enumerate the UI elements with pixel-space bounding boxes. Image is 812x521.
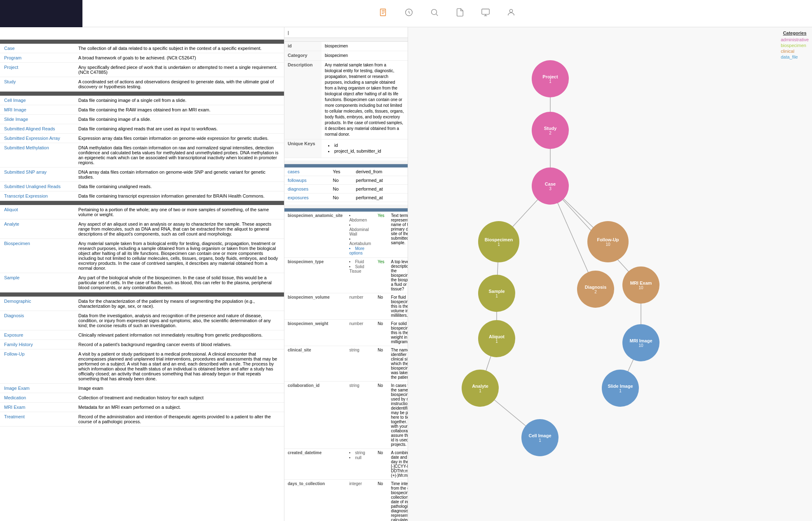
dict-item-name[interactable]: Project (0, 63, 74, 77)
graph-node-case[interactable]: Case3 (532, 167, 569, 205)
dict-item-desc: Data file containing transcript expressi… (74, 191, 284, 201)
dict-item-name[interactable]: Demographic (0, 297, 74, 311)
graph-node-diagnosis[interactable]: Diagnosis2 (577, 271, 614, 308)
dict-item-desc: A visit by a patient or study participan… (74, 349, 284, 384)
dict-item-name[interactable]: Treatment (0, 412, 74, 427)
link-name[interactable]: exposures (284, 193, 330, 202)
link-row: casesYesderived_from (284, 167, 408, 176)
prop-description: Text term that represents the name of th… (388, 212, 408, 258)
dict-item-name[interactable]: Case (0, 44, 74, 53)
table-row: Submitted Unaligned ReadsData file conta… (0, 182, 284, 191)
main-content: CaseThe collection of all data related t… (0, 27, 812, 521)
graph-node-sample[interactable]: Sample1 (478, 275, 515, 312)
prop-description: A top level description of the biospecim… (388, 258, 408, 293)
dict-item-name[interactable]: Study (0, 77, 74, 92)
prop-row: days_to_collectionintegerNoTime interval… (284, 480, 408, 521)
links-col-name (284, 164, 330, 167)
dict-item-name[interactable]: Submitted Aligned Reads (0, 124, 74, 134)
section-biospecimen (0, 201, 284, 205)
table-row: AnalyteAny aspect of an aliquot used in … (0, 219, 284, 239)
table-row: Submitted MethylationDNA methylation dat… (0, 143, 284, 167)
dict-item-name[interactable]: Follow-Up (0, 349, 74, 384)
graph-node-cell_image[interactable]: Cell Image1 (521, 419, 559, 456)
node-count: 1 (498, 242, 500, 247)
prop-row: biospecimen_typeFluidSolid TissueYesA to… (284, 258, 408, 293)
table-row: Cell ImageData file containing image of … (0, 96, 284, 105)
link-label: performed_at (352, 193, 408, 202)
links-col-required (330, 164, 353, 167)
prop-required: No (374, 320, 387, 346)
dict-item-name[interactable]: Program (0, 53, 74, 63)
table-row: ExposureClinically relevant patient info… (0, 330, 284, 340)
dict-item-name[interactable]: Slide Image (0, 115, 74, 124)
graph-node-mri_image[interactable]: MRI Image10 (622, 324, 659, 361)
dict-item-name[interactable]: Cell Image (0, 96, 74, 105)
dict-item-name[interactable]: Submitted Expression Array (0, 134, 74, 143)
dict-item-name[interactable]: Medication (0, 393, 74, 403)
info-key: Description (284, 61, 322, 139)
dict-item-desc: Data file containing image of a single c… (74, 96, 284, 105)
nav-item-workspace[interactable] (473, 0, 498, 27)
nav-item-files[interactable] (447, 0, 473, 27)
svg-rect-7 (482, 9, 489, 14)
dict-item-name[interactable]: Submitted Unaligned Reads (0, 182, 74, 191)
graph-node-slide_image[interactable]: Slide Image1 (602, 370, 639, 407)
dict-item-name[interactable]: Analyte (0, 219, 74, 239)
graph-node-mri_exam[interactable]: MRI Exam10 (622, 266, 659, 304)
table-row: Slide ImageData file containing image of… (0, 115, 284, 124)
cat-biospecimen: biospecimen (781, 43, 809, 48)
link-name[interactable]: cases (284, 167, 330, 176)
props-col-req (374, 208, 387, 212)
links-table: casesYesderived_fromfollowupsNoperformed… (284, 164, 408, 202)
prop-required: No (374, 480, 387, 521)
dict-item-desc: Any part of the biological whole of the … (74, 273, 284, 292)
logo (0, 0, 82, 27)
prop-type: FluidSolid Tissue (346, 258, 374, 293)
dict-item-name[interactable]: Exposure (0, 330, 74, 340)
dict-item-name[interactable]: Diagnosis (0, 311, 74, 330)
dict-item-name[interactable]: Image Exam (0, 384, 74, 393)
nav-item-exploration[interactable] (396, 0, 422, 27)
graph-node-biospecimen[interactable]: Biospecimen1 (478, 221, 519, 262)
link-name[interactable]: diagnoses (284, 185, 330, 193)
table-row: DiagnosisData from the investigation, an… (0, 311, 284, 330)
dict-item-name[interactable]: MRI Image (0, 105, 74, 115)
props-col-type (346, 208, 374, 212)
prop-required: No (374, 346, 387, 382)
dict-item-desc: The collection of all data related to a … (74, 44, 284, 53)
prop-description: For solid tissue biospecimens this is th… (388, 320, 408, 346)
graph-node-project[interactable]: Project1 (532, 60, 569, 97)
table-row: ProgramA broad framework of goals to be … (0, 53, 284, 63)
dict-item-name[interactable]: Family History (0, 340, 74, 349)
graph-node-study[interactable]: Study2 (532, 112, 569, 149)
dict-item-name[interactable]: MRI Exam (0, 403, 74, 412)
nav-item-dictionary[interactable] (371, 0, 396, 27)
dict-item-name[interactable]: Biospecimen (0, 239, 74, 273)
graph-node-followup[interactable]: Follow-Up10 (587, 221, 629, 262)
nav-item-query[interactable] (422, 0, 447, 27)
dict-item-desc: Any aspect of an aliquot used in an anal… (74, 219, 284, 239)
dict-item-name[interactable]: Submitted Methylation (0, 143, 74, 167)
prop-description: In cases where the same biospecimen is u… (388, 382, 408, 449)
nav-items (82, 0, 812, 27)
table-row: Submitted Aligned ReadsData file contain… (0, 124, 284, 134)
dict-item-name[interactable]: Submitted SNP array (0, 167, 74, 182)
link-required: No (330, 176, 353, 185)
link-name[interactable]: followups (284, 176, 330, 185)
link-label: performed_at (352, 185, 408, 193)
graph-node-analyte[interactable]: Analyte1 (462, 370, 499, 407)
info-value: Any material sample taken from a biologi… (322, 61, 408, 139)
administrative-table: CaseThe collection of all data related t… (0, 44, 284, 92)
table-row: Transcript ExpressionData file containin… (0, 191, 284, 201)
dict-item-name[interactable]: Transcript Expression (0, 191, 74, 201)
prop-row: collaboration_idstringNoIn cases where t… (284, 382, 408, 449)
prop-name: clinical_site (284, 346, 346, 382)
props-col-desc (388, 208, 408, 212)
dict-item-name[interactable]: Aliquot (0, 205, 74, 219)
node-count: 1 (549, 79, 552, 84)
nav-item-profile[interactable] (498, 0, 524, 27)
graph-node-aliquot[interactable]: Aliquot1 (478, 320, 515, 357)
dict-item-name[interactable]: Sample (0, 273, 74, 292)
prop-type: string (346, 382, 374, 449)
table-row: TreatmentRecord of the administration an… (0, 412, 284, 427)
